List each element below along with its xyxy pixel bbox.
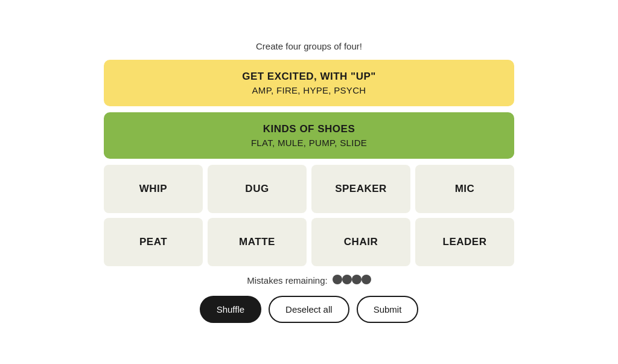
mistake-dot-4 <box>362 275 371 284</box>
word-grid: WHIPDUGSPEAKERMICPEATMATTECHAIRLEADER <box>104 165 514 266</box>
instructions-text: Create four groups of four! <box>256 41 362 51</box>
shuffle-button[interactable]: Shuffle <box>200 296 261 323</box>
mistakes-dots <box>333 275 371 286</box>
tile-mic[interactable]: MIC <box>415 165 514 213</box>
solved-group-words-yellow: AMP, FIRE, HYPE, PSYCH <box>116 85 502 95</box>
deselect-button[interactable]: Deselect all <box>269 296 349 323</box>
solved-group-yellow: GET EXCITED, WITH "UP" AMP, FIRE, HYPE, … <box>104 60 514 106</box>
tile-leader[interactable]: LEADER <box>415 218 514 266</box>
tile-whip[interactable]: WHIP <box>104 165 203 213</box>
tile-peat[interactable]: PEAT <box>104 218 203 266</box>
mistake-dot-1 <box>333 275 342 284</box>
mistakes-label: Mistakes remaining: <box>247 275 327 286</box>
solved-group-title-green: KINDS OF SHOES <box>116 123 502 135</box>
tile-matte[interactable]: MATTE <box>208 218 307 266</box>
tile-chair[interactable]: CHAIR <box>311 218 410 266</box>
solved-group-green: KINDS OF SHOES FLAT, MULE, PUMP, SLIDE <box>104 112 514 159</box>
submit-button[interactable]: Submit <box>357 296 419 323</box>
solved-group-words-green: FLAT, MULE, PUMP, SLIDE <box>116 138 502 148</box>
tile-speaker[interactable]: SPEAKER <box>311 165 410 213</box>
game-container: Create four groups of four! GET EXCITED,… <box>104 41 514 323</box>
mistake-dot-2 <box>342 275 352 284</box>
mistake-dot-3 <box>352 275 362 284</box>
buttons-row: Shuffle Deselect all Submit <box>200 296 419 323</box>
mistakes-row: Mistakes remaining: <box>247 275 371 286</box>
solved-group-title-yellow: GET EXCITED, WITH "UP" <box>116 71 502 83</box>
tile-dug[interactable]: DUG <box>208 165 307 213</box>
